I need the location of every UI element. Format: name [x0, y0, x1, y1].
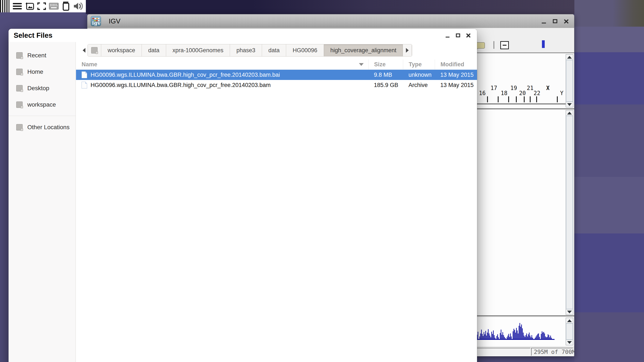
scroll-down-button[interactable]	[566, 309, 573, 315]
coverage-bar	[494, 335, 494, 339]
cursor-tool-icon[interactable]	[542, 40, 545, 48]
dialog-close-button[interactable]	[466, 32, 472, 38]
column-header-modified[interactable]: Modified	[435, 59, 477, 69]
coverage-bar	[503, 335, 504, 339]
coverage-bar	[513, 331, 513, 339]
coverage-bar	[501, 330, 501, 339]
dialog-maximize-button[interactable]	[455, 32, 461, 38]
scroll-up-button[interactable]	[566, 54, 573, 60]
fullscreen-icon[interactable]	[37, 1, 46, 11]
file-row[interactable]: HG00096.wgs.ILLUMINA.bwa.GBR.high_cov_pc…	[76, 80, 477, 90]
keyboard-icon[interactable]	[49, 1, 59, 11]
column-header-name[interactable]: Name	[76, 59, 368, 69]
coverage-bar	[486, 336, 487, 339]
file-name-cell: HG00096.wgs.ILLUMINA.bwa.GBR.high_cov_pc…	[76, 71, 368, 78]
coverage-bar	[524, 336, 524, 339]
sidebar-item-label: Recent	[27, 52, 46, 59]
scroll-up-button[interactable]	[566, 110, 573, 116]
place-icon	[16, 52, 23, 59]
ruler-tick	[498, 96, 498, 102]
coverage-bar	[548, 335, 549, 339]
breadcrumb-data[interactable]: data	[142, 44, 166, 56]
file-icon	[82, 82, 87, 88]
coverage-bar	[502, 335, 502, 339]
sidebar-item-home[interactable]: Home	[8, 63, 76, 80]
screenshot-icon[interactable]	[24, 1, 34, 11]
grip-handle-icon[interactable]	[0, 0, 10, 12]
desktop-band-right-4	[574, 104, 644, 177]
ruler-scrollbar[interactable]	[566, 54, 573, 107]
coverage-bar	[519, 326, 519, 339]
sidebar-item-label: Other Locations	[27, 124, 70, 131]
coverage-bar	[516, 328, 517, 339]
igv-minimize-button[interactable]	[541, 18, 547, 24]
coverage-bar	[527, 337, 528, 339]
igv-maximize-button[interactable]	[552, 18, 558, 24]
ruler-tick	[557, 96, 558, 102]
desktop-band-right-5	[574, 177, 644, 233]
coverage-bar	[526, 334, 527, 339]
scroll-track[interactable]	[566, 60, 573, 102]
column-header-type[interactable]: Type	[403, 59, 435, 69]
breadcrumb-workspace[interactable]: workspace	[101, 44, 142, 56]
file-type: Archive	[403, 82, 435, 88]
desktop-band-right-2	[574, 27, 644, 52]
igv-close-button[interactable]	[563, 18, 570, 24]
breadcrumb-phase3[interactable]: phase3	[230, 44, 262, 56]
volume-icon[interactable]	[73, 1, 83, 11]
coverage-bar	[488, 329, 488, 339]
coverage-bar	[520, 327, 521, 339]
coverage-bar	[505, 338, 506, 339]
breadcrumb-data[interactable]: data	[262, 44, 286, 56]
file-name-cell: HG00096.wgs.ILLUMINA.bwa.GBR.high_cov_pc…	[76, 82, 368, 88]
coverage-bar	[497, 334, 498, 339]
column-header-size[interactable]: Size	[368, 59, 403, 69]
coverage-bar	[538, 334, 539, 339]
coverage-bar	[546, 337, 547, 339]
copy-icon[interactable]	[61, 1, 71, 11]
ruler-ticks	[477, 54, 566, 105]
dialog-title: Select Files	[14, 31, 52, 39]
forward-button[interactable]	[403, 44, 412, 56]
breadcrumb-xpra-1000genomes[interactable]: xpra-1000Genomes	[166, 44, 230, 56]
desktop-band-top	[86, 0, 574, 14]
region-of-interest-icon[interactable]	[500, 41, 509, 49]
root-drive-button[interactable]	[88, 44, 101, 56]
file-size: 9.8 MB	[368, 72, 403, 78]
file-row[interactable]: HG00096.wgs.ILLUMINA.bwa.GBR.high_cov_pc…	[76, 70, 477, 80]
scroll-down-button[interactable]	[566, 340, 573, 345]
data-panel-scrollbar[interactable]	[566, 110, 573, 315]
scroll-track[interactable]	[566, 116, 573, 309]
breadcrumb-high_coverage_alignment[interactable]: high_coverage_alignment	[324, 44, 403, 56]
dialog-titlebar[interactable]: Select Files	[8, 29, 477, 42]
coverage-bar	[525, 337, 525, 339]
scroll-track[interactable]	[566, 323, 573, 340]
file-name: HG00096.wgs.ILLUMINA.bwa.GBR.high_cov_pc…	[90, 82, 270, 88]
igv-titlebar[interactable]: igv IGV	[87, 14, 574, 28]
dialog-minimize-button[interactable]	[445, 32, 451, 38]
coverage-bar	[535, 338, 536, 339]
coverage-bar	[550, 336, 551, 339]
sidebar-item-workspace[interactable]: workspace	[8, 96, 76, 113]
coverage-scrollbar[interactable]	[566, 318, 573, 345]
toolbar-separator	[494, 41, 494, 49]
menu-icon[interactable]	[12, 1, 22, 11]
coverage-bar	[495, 338, 496, 339]
place-icon	[16, 85, 23, 91]
scroll-down-button[interactable]	[566, 102, 573, 107]
file-size: 185.9 GB	[368, 82, 403, 88]
coverage-bar	[483, 336, 484, 339]
sidebar-item-recent[interactable]: Recent	[8, 47, 76, 63]
back-button[interactable]	[80, 44, 88, 56]
sidebar-item-desktop[interactable]: Desktop	[8, 80, 76, 96]
breadcrumb: workspacedataxpra-1000Genomesphase3dataH…	[88, 44, 412, 56]
sidebar-item-label: Home	[27, 68, 43, 75]
coverage-bar	[482, 334, 482, 339]
breadcrumb-hg00096[interactable]: HG00096	[286, 44, 324, 56]
sidebar-item-other-locations[interactable]: Other Locations	[8, 119, 76, 135]
coverage-bar	[481, 330, 482, 339]
scroll-up-button[interactable]	[566, 318, 573, 323]
coverage-bar	[511, 337, 512, 339]
coverage-bar	[542, 331, 542, 339]
select-files-dialog: Select Files RecentHomeDesktopworkspaceO…	[8, 29, 477, 362]
